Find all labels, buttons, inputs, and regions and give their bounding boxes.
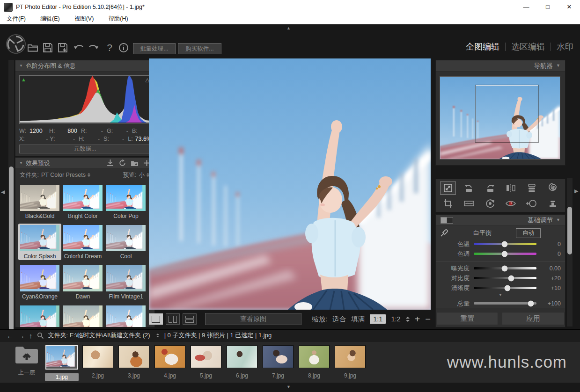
slider-knob[interactable] [501,265,507,271]
tab-selection-edit[interactable]: 选区编辑 [511,41,545,52]
rotate-left-tool-icon[interactable] [461,181,477,195]
tab-full-image-edit[interactable]: 全图编辑 [466,41,499,52]
slider-knob[interactable] [505,285,511,291]
left-panel-scrollbar[interactable] [8,60,14,327]
slider-knob[interactable] [528,300,534,306]
menu-file[interactable]: 文件(F) [7,15,26,23]
nav-back-icon[interactable] [7,332,14,339]
maximize-button[interactable]: □ [537,0,558,14]
view-single-button[interactable] [149,313,163,325]
lens-correction-tool-icon[interactable] [482,197,498,210]
preset-item[interactable]: Cool [104,224,147,260]
filmstrip-item[interactable]: 2.jpg [81,345,115,379]
scroll-more-indicator[interactable] [436,293,565,298]
image-canvas[interactable] [149,58,431,310]
flip-horizontal-tool-icon[interactable] [503,181,519,195]
scrollbar-thumb[interactable] [567,207,572,254]
panel-enable-toggle[interactable] [441,217,453,224]
redo-icon[interactable] [88,42,99,53]
slider-knob[interactable] [508,275,514,281]
help-icon[interactable]: ? [104,42,115,53]
info-icon[interactable] [118,42,129,53]
navigator-view-rect[interactable] [476,85,538,142]
zoom-out-button[interactable]: − [425,314,431,324]
menu-edit[interactable]: 编辑(E) [40,15,60,23]
filmstrip-item[interactable]: 4.jpg [153,345,187,379]
preset-item[interactable] [18,304,61,327]
buy-software-button[interactable]: 购买软件... [178,43,221,54]
minimize-button[interactable]: — [515,0,537,14]
zoom-1-2-button[interactable]: 1:2 [391,315,400,323]
nav-up-icon[interactable] [29,332,33,339]
preset-item[interactable]: Dawn [61,264,104,300]
collapse-right-panel-arrow-icon[interactable] [574,189,578,193]
navigator-header[interactable]: 导航器 [436,60,565,72]
open-folder-icon[interactable] [27,42,38,53]
rotate-right-tool-icon[interactable] [482,181,498,195]
scrollbar-thumb[interactable] [9,167,14,335]
updown-icon[interactable] [88,172,91,178]
slider-knob[interactable] [501,241,507,247]
collapse-filmstrip-arrow-icon[interactable] [286,385,291,389]
reset-button[interactable]: 重置 [437,312,498,325]
presets-panel-header[interactable]: 效果预设 [15,158,154,169]
preset-item[interactable] [104,304,147,327]
straighten-tool-icon[interactable] [461,197,477,210]
basic-adjust-header[interactable]: 基础调节 [436,215,565,226]
clone-stamp-tool-icon[interactable] [545,197,561,210]
tint-slider[interactable] [474,253,536,255]
save-as-icon[interactable] [57,42,68,53]
preset-item[interactable]: Black&Gold [18,183,61,220]
view-original-button[interactable]: 查看原图 [205,313,301,325]
navigator-thumbnail[interactable] [440,76,560,160]
zoom-fill-button[interactable]: 填满 [351,315,365,324]
search-icon[interactable] [37,332,44,339]
preset-item-selected[interactable]: Color Splash [18,224,61,260]
filmstrip-item[interactable]: 6.jpg [225,345,259,379]
preset-item[interactable]: Color Pop [104,183,147,220]
menu-help[interactable]: 帮助(H) [108,15,128,23]
slider-knob[interactable] [501,251,507,257]
contrast-slider[interactable] [474,277,536,279]
histogram-panel-header[interactable]: 色阶分布图 & 信息 [15,60,154,72]
amount-slider[interactable] [474,302,536,305]
zoom-1-1-button[interactable]: 1:1 [370,314,386,324]
folder-path[interactable]: 文件夹: E:\临时文件\AI\新建文件夹 (2) [48,331,150,340]
filmstrip-item-selected[interactable]: 1.jpg [45,345,79,381]
preset-item[interactable]: Colorful Dream [61,224,104,260]
up-folder-item[interactable]: 上一层 [11,344,42,376]
red-eye-tool-icon[interactable] [503,197,519,210]
batch-process-button[interactable]: 批量处理... [133,43,176,54]
right-panel-scrollbar[interactable] [567,178,573,327]
metadata-button[interactable]: 元数据... [19,145,151,153]
refresh-presets-icon[interactable] [118,159,126,167]
filmstrip-item[interactable]: 9.jpg [333,345,367,379]
preset-folder-select[interactable]: PT Color Presets [41,172,86,178]
vignette-tool-icon[interactable] [524,197,540,210]
zoom-in-button[interactable]: + [415,314,420,324]
eyedropper-icon[interactable] [440,228,449,238]
resize-tool-icon[interactable] [440,181,456,195]
filmstrip-item[interactable]: 8.jpg [297,345,331,379]
nav-forward-icon[interactable] [18,332,25,339]
preset-item[interactable] [61,304,104,327]
temperature-slider[interactable] [474,243,536,245]
save-icon[interactable] [42,42,53,53]
filmstrip-item[interactable]: 5.jpg [189,345,223,379]
apply-button[interactable]: 应用 [502,312,565,325]
view-split-horizontal-button[interactable] [183,313,197,325]
collapse-left-panel-arrow-icon[interactable] [1,190,5,194]
preset-item[interactable]: Film Vintage1 [104,264,147,300]
collapse-toolbar-arrow-icon[interactable] [286,26,291,30]
zoom-ratio-spinner[interactable] [406,315,410,324]
zoom-fit-button[interactable]: 适合 [332,315,346,324]
shadow-clip-indicator-icon[interactable]: ▲ [21,77,26,82]
exposure-slider[interactable] [474,267,536,269]
undo-icon[interactable] [73,42,84,53]
tab-watermark[interactable]: 水印 [557,41,573,52]
clarity-slider[interactable] [474,287,536,289]
preset-item[interactable]: Bright Color [61,183,104,220]
auto-white-balance-button[interactable]: 自动 [516,228,541,238]
preset-preview-size-select[interactable]: 小 [139,171,145,179]
import-preset-icon[interactable] [106,159,114,167]
